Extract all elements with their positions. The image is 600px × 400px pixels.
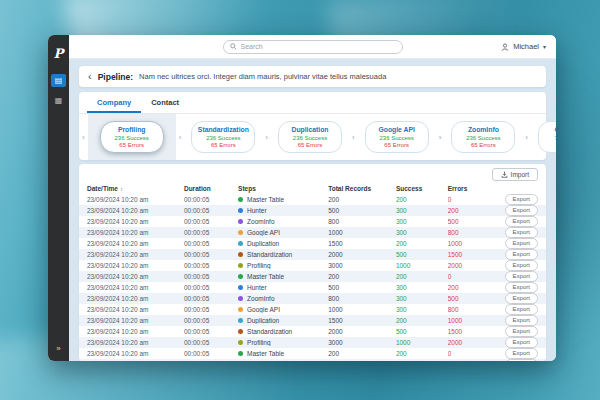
step-name: Google API [247,306,280,313]
pipeline-description: Nam nec ultrices orci. Integer diam maur… [139,72,386,81]
cell-step: Standardization [238,328,328,335]
step-color-dot [238,340,243,345]
column-header-datetime[interactable]: Date/Time ↕ [87,185,184,192]
cell-success: 200 [396,196,448,203]
cell-duration: 00:00:05 [184,350,238,357]
stage-card[interactable]: Standardization 236 Success 65 Errors [191,121,255,153]
stage-wrap: Standardization 236 Success 65 Errors [184,114,262,160]
stage-card[interactable]: Duplication 236 Success 65 Errors [278,121,342,153]
stage-wrap: Complete 70 Success 8 Errors [531,114,556,160]
column-header-success: Success [396,185,448,192]
cell-duration: 00:00:05 [184,328,238,335]
stage-separator-chevron: › [179,133,182,142]
import-label: Import [511,171,529,178]
cell-datetime: 23/09/2024 10:20 am [87,273,184,280]
tab-bar: Company Contact [79,92,546,114]
cell-total-records: 2000 [328,328,396,335]
table-row: 23/09/2024 10:20 am 00:00:05 Hunter 500 … [79,205,546,216]
stage-card[interactable]: ZoomInfo 236 Success 65 Errors [451,121,515,153]
step-name: Duplication [247,317,279,324]
app-logo: P [54,47,64,60]
cell-total-records: 800 [328,295,396,302]
step-name: ZoomInfo [247,218,274,225]
back-chevron-icon[interactable]: ‹ [88,71,92,82]
step-color-dot [238,318,243,323]
cell-duration: 00:00:05 [184,196,238,203]
chevron-down-icon: ▾ [543,43,546,50]
cell-duration: 00:00:05 [184,218,238,225]
import-icon [501,171,508,178]
table-row: 23/09/2024 10:20 am 00:00:05 Standardiza… [79,249,546,260]
table-row: 23/09/2024 10:20 am 00:00:05 Hunter 500 … [79,359,546,361]
search-icon [230,43,237,50]
cell-step: Google API [238,306,328,313]
table-row: 23/09/2024 10:20 am 00:00:05 Profiling 3… [79,260,546,271]
cell-total-records: 800 [328,218,396,225]
cell-total-records: 1000 [328,306,396,313]
cell-errors: 2000 [448,262,498,269]
stage-name: Complete [540,126,556,133]
stage-card[interactable]: Google API 236 Success 65 Errors [365,121,429,153]
sidebar-item-pipelines[interactable]: ▤ [51,74,66,87]
column-header-total-records: Total Records [328,185,396,192]
cell-step: Master Table [238,350,328,357]
column-header-duration: Duration [184,185,238,192]
search-box[interactable] [223,40,403,54]
step-color-dot [238,219,243,224]
step-color-dot [238,241,243,246]
step-color-dot [238,351,243,356]
stage-name: Standardization [193,126,253,133]
user-menu[interactable]: Michael ▾ [501,42,546,51]
content: ‹ Pipeline: Nam nec ultrices orci. Integ… [69,59,556,361]
step-color-dot [238,285,243,290]
cell-step: Master Table [238,273,328,280]
cell-datetime: 23/09/2024 10:20 am [87,251,184,258]
sidebar-expand-button[interactable]: » [56,344,60,353]
tab[interactable]: Company [87,92,141,113]
sidebar-item-data-grid[interactable]: ▦ [51,94,66,107]
cell-errors: 500 [448,295,498,302]
step-color-dot [238,252,243,257]
stage-card[interactable]: Profiling 236 Success 65 Errors [100,121,164,153]
stage-group: › Profiling 236 Success 65 Errors [79,114,176,160]
cell-total-records: 2000 [328,251,396,258]
cell-total-records: 1500 [328,240,396,247]
stage-card[interactable]: Complete 70 Success 8 Errors [538,121,556,153]
export-button[interactable]: Export [505,359,538,361]
cell-total-records: 200 [328,273,396,280]
cell-datetime: 23/09/2024 10:20 am [87,339,184,346]
cell-errors: 1000 [448,240,498,247]
step-color-dot [238,230,243,235]
runs-table-card: Import Date/Time ↕ Duration Steps Total … [79,164,546,361]
stage-error-count: 65 Errors [102,142,162,148]
stage-name: Google API [367,126,427,133]
column-header-steps: Steps [238,185,328,192]
table-row: 23/09/2024 10:20 am 00:00:05 Profiling 3… [79,337,546,348]
cell-errors: 200 [448,284,498,291]
step-color-dot [238,274,243,279]
stage-success-count: 236 Success [367,135,427,141]
step-name: Profiling [247,339,270,346]
pipeline-label: Pipeline: [98,72,133,82]
table-header-row: Date/Time ↕ Duration Steps Total Records… [79,183,546,194]
cell-success: 1000 [396,339,448,346]
cell-errors: 1500 [448,251,498,258]
step-name: Master Table [247,273,284,280]
step-name: Google API [247,229,280,236]
cell-step: ZoomInfo [238,295,328,302]
cell-success: 200 [396,350,448,357]
user-icon [501,43,509,51]
user-name: Michael [513,42,539,51]
cell-success: 200 [396,317,448,324]
cell-success: 200 [396,273,448,280]
stage-error-count: 65 Errors [367,142,427,148]
sort-icon[interactable]: ↕ [120,186,123,192]
cell-total-records: 500 [328,207,396,214]
import-button[interactable]: Import [492,168,538,181]
cell-success: 300 [396,306,448,313]
cell-duration: 00:00:05 [184,262,238,269]
step-color-dot [238,296,243,301]
step-name: Master Table [247,350,284,357]
search-input[interactable] [241,43,396,50]
tab[interactable]: Contact [141,92,189,113]
